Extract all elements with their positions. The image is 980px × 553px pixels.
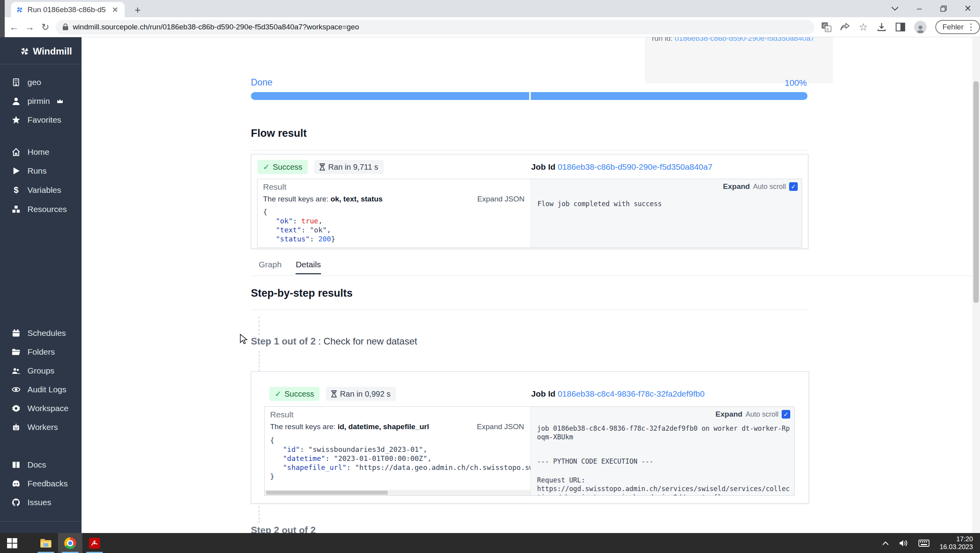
sidebar-item-workspace-settings[interactable]: Workspace [0,399,82,418]
check-icon: ✓ [275,389,281,399]
new-tab-button[interactable]: + [132,4,143,16]
tab-close-icon[interactable]: ✕ [110,5,120,15]
sidebar-item-label: Folders [27,347,55,357]
run-id-link[interactable]: 0186eb38-c86b-d590-290e-f5d350a840a7 [675,37,815,42]
progress-bar [251,92,808,100]
forward-icon[interactable]: → [22,22,38,33]
scrollbar-thumb[interactable] [266,491,388,495]
sidebar-item-workers[interactable]: Workers [0,418,82,437]
start-button[interactable] [0,533,24,553]
sidebar-item-feedbacks[interactable]: Feedbacks [0,474,82,493]
taskbar-acrobat[interactable] [82,533,107,553]
star-icon [12,116,20,124]
expand-log-button[interactable]: Expand [715,410,742,419]
sidebar-item-docs[interactable]: Docs [0,455,82,474]
sidebar-item-home[interactable]: Home [0,143,82,161]
url-bar[interactable]: windmill.sourcepole.ch/run/0186eb38-c86b… [56,20,814,34]
horizontal-scrollbar[interactable] [265,490,530,495]
sidebar-item-workspace-geo[interactable]: geo [0,73,82,92]
window-menu-icon[interactable] [883,0,907,17]
sidebar-item-label: Audit Logs [27,385,66,394]
window-close-icon[interactable]: ✕ [956,0,980,17]
windows-taskbar: 17:20 16.03.2023 [0,533,980,553]
duration-badge: Ran in 9,711 s [314,160,384,174]
main-content: run id: 0186eb38-c86b-d590-290e-f5d350a8… [82,37,972,533]
log-line: Request URL: [537,476,790,484]
duration-label: Ran in 9,711 s [328,163,378,172]
browser-tab[interactable]: Run 0186eb38-c86b-d590-290e- ✕ [11,2,125,17]
expand-json-link[interactable]: Expand JSON [477,195,524,203]
clock-time: 17:20 [940,535,973,543]
sidebar-item-label: Variables [27,185,61,195]
sidebar-item-user-pirmin[interactable]: pirmin [0,92,82,111]
taskbar-clock[interactable]: 17:20 16.03.2023 [940,535,973,551]
sidebar-item-label: geo [27,78,41,87]
error-button[interactable]: Fehler ⋮ [935,20,980,34]
sidebar-item-audit-logs[interactable]: Audit Logs [0,380,82,399]
sidebar-item-label: Groups [27,366,54,375]
run-id-label: run id: [652,37,673,42]
sidebar-item-groups[interactable]: Groups [0,361,82,380]
window-restore-icon[interactable] [931,0,956,17]
tab-graph[interactable]: Graph [259,260,281,274]
result-keys: The result keys are: ok, text, status [263,195,383,203]
step1-log: job 0186eb38-c8c4-9836-f78c-32fa2def9fb0… [537,424,790,495]
flow-connector-line [259,351,260,371]
result-keys: The result keys are: id, datetime, shape… [270,422,429,431]
tray-keyboard-icon[interactable] [918,540,929,547]
taskbar-chrome[interactable] [58,533,82,553]
expand-log-button[interactable]: Expand [723,182,750,191]
log-line: https://ogd.swisstopo.admin.ch/services/… [537,484,790,495]
step2-heading: Step 2 out of 2 [251,525,316,533]
taskbar-file-explorer[interactable] [34,533,58,553]
sidebar-item-label: Resources [27,205,67,214]
bookmark-star-icon[interactable]: ☆ [859,21,868,33]
download-icon[interactable] [877,22,887,32]
sidebar-item-favorites[interactable]: Favorites [0,111,82,129]
result-tabs: Graph Details [259,260,321,274]
tray-volume-icon[interactable] [899,539,908,547]
sidebar-item-label: Favorites [27,115,61,125]
tray-chevron-up-icon[interactable] [882,541,889,545]
sidebar-item-issues[interactable]: Issues [0,493,82,512]
window-minimize-icon[interactable]: – [907,0,931,17]
job-id-link[interactable]: 0186eb38-c86b-d590-290e-f5d350a840a7 [558,162,713,171]
auto-scroll-checkbox[interactable]: ✓ [782,410,790,419]
step1-heading: Step 1 out of 2 : Check for new dataset [251,336,417,347]
duration-badge: Ran in 0,992 s [326,387,396,401]
back-icon[interactable]: ← [6,22,22,33]
sidebar-item-runs[interactable]: Runs [0,161,82,180]
users-icon [12,366,20,375]
progress-percent: 100% [771,78,807,88]
auto-scroll-checkbox[interactable]: ✓ [789,182,798,191]
side-panel-icon[interactable] [895,22,906,32]
tab-title: Run 0186eb38-c86b-d590-290e- [27,5,106,14]
windmill-brand[interactable]: Windmill [0,37,82,64]
sidebar-item-folders[interactable]: Folders [0,343,82,361]
gear-icon [12,404,20,413]
profile-avatar[interactable] [914,21,927,33]
status-badge: ✓ Success [258,160,308,174]
translate-icon[interactable]: Ga [821,22,831,32]
url-text: windmill.sourcepole.ch/run/0186eb38-c86b… [73,23,359,31]
sidebar-item-resources[interactable]: Resources [0,200,82,219]
hourglass-icon [331,390,337,397]
status-badge-label: Success [285,390,314,399]
tab-details[interactable]: Details [296,260,321,274]
hourglass-icon [319,163,325,170]
share-icon[interactable] [840,22,850,32]
log-line: job 0186eb38-c8c4-9836-f78c-32fa2def9fb0… [537,424,790,441]
sidebar-item-schedules[interactable]: Schedules [0,324,82,343]
sidebar-item-label: Docs [27,460,46,470]
job-id-link[interactable]: 0186eb38-c8c4-9836-f78c-32fa2def9fb0 [558,389,705,398]
expand-json-link[interactable]: Expand JSON [477,422,524,431]
kebab-menu-icon[interactable]: ⋮ [967,22,975,32]
crown-icon [57,99,63,103]
page-scrollbar[interactable] [972,37,980,533]
flow-result-panel: ✓ Success Ran in 9,711 s Job Id 0186eb38… [251,154,808,249]
building-icon [12,78,20,87]
scrollbar-thumb[interactable] [973,81,979,303]
sidebar-item-variables[interactable]: $ Variables [0,180,82,200]
reload-icon[interactable]: ↻ [38,22,53,33]
sidebar-item-label: Workers [27,422,58,432]
